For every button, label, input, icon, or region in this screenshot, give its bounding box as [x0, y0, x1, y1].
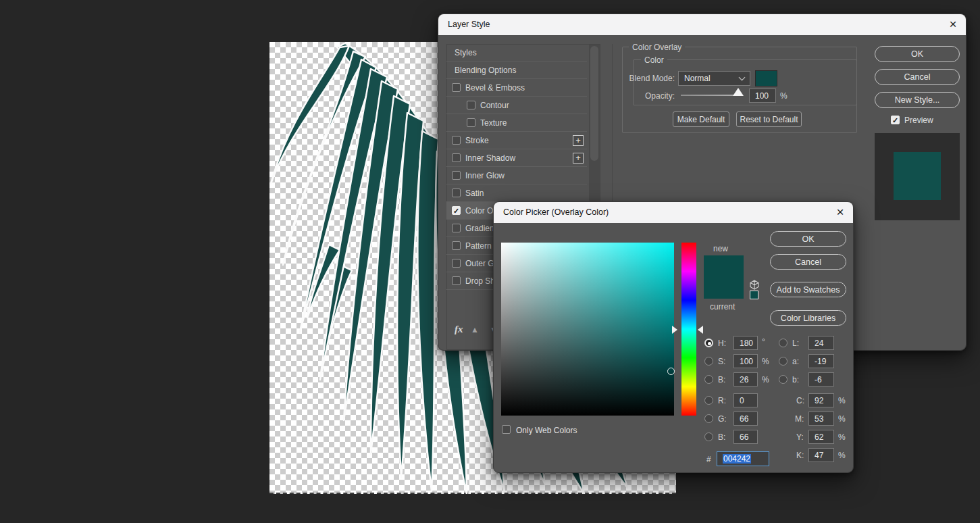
green-radio[interactable] — [704, 414, 713, 423]
outer-glow-checkbox[interactable] — [452, 259, 461, 268]
preview-checkbox[interactable]: ✓ — [891, 116, 900, 124]
lab-b-input[interactable]: -6 — [808, 372, 834, 387]
hex-hash-label: # — [706, 455, 711, 464]
magenta-unit: % — [838, 414, 846, 424]
stroke-checkbox[interactable] — [452, 136, 461, 145]
scrollbar-thumb[interactable] — [590, 46, 598, 161]
add-stroke-icon[interactable]: + — [573, 135, 584, 146]
style-item-inner-glow[interactable]: Inner Glow — [446, 167, 587, 184]
saturation-radio[interactable] — [704, 357, 713, 366]
hue-label: H: — [718, 339, 726, 348]
opacity-slider-track[interactable] — [681, 95, 740, 96]
lab-a-input[interactable]: -19 — [808, 354, 834, 368]
current-color-swatch[interactable] — [704, 277, 744, 299]
lab-l-input[interactable]: 24 — [808, 336, 834, 350]
hex-input[interactable]: 004242 — [717, 451, 769, 466]
style-item-inner-shadow[interactable]: Inner Shadow+ — [446, 149, 587, 167]
magenta-input[interactable]: 53 — [808, 412, 834, 426]
brightness-radio[interactable] — [704, 375, 713, 384]
make-default-button[interactable]: Make Default — [673, 111, 729, 127]
style-item-bevel-emboss[interactable]: Bevel & Emboss — [446, 79, 587, 97]
style-preview-swatch — [894, 152, 941, 200]
blue-radio[interactable] — [704, 432, 713, 441]
overlay-color-swatch[interactable] — [755, 70, 777, 86]
lab-b-radio[interactable] — [779, 375, 788, 384]
hue-marker-left-icon[interactable] — [672, 326, 677, 334]
texture-checkbox[interactable] — [467, 118, 475, 127]
blue-label: B: — [718, 432, 725, 442]
black-label: K: — [796, 451, 804, 460]
satin-checkbox[interactable] — [452, 189, 461, 197]
style-item-satin[interactable]: Satin — [446, 184, 587, 202]
hue-input[interactable]: 180 — [733, 336, 758, 350]
add-to-swatches-button[interactable]: Add to Swatches — [770, 282, 846, 297]
hue-slider[interactable] — [681, 243, 696, 416]
ok-button[interactable]: OK — [875, 46, 960, 62]
inner-glow-checkbox[interactable] — [452, 171, 461, 180]
inner-shadow-checkbox[interactable] — [452, 153, 461, 162]
contour-checkbox[interactable] — [467, 101, 475, 109]
style-item-contour[interactable]: Contour — [446, 97, 587, 114]
style-item-blending-options[interactable]: Blending Options — [446, 61, 587, 79]
lab-a-radio[interactable] — [779, 357, 788, 366]
color-field-marker[interactable] — [667, 368, 675, 375]
saturation-unit: % — [762, 357, 769, 366]
cancel-button[interactable]: Cancel — [875, 69, 960, 85]
opacity-input[interactable]: 100 — [749, 89, 776, 103]
style-item-stroke[interactable]: Stroke+ — [446, 132, 587, 149]
reset-to-default-button[interactable]: Reset to Default — [736, 111, 802, 127]
green-label: G: — [718, 414, 727, 424]
fx-icon[interactable]: fx — [455, 324, 463, 335]
pattern-overlay-checkbox[interactable] — [452, 241, 461, 250]
brightness-input[interactable]: 26 — [733, 372, 758, 387]
yellow-unit: % — [838, 432, 846, 442]
color-group-label: Color — [641, 55, 667, 65]
style-item-styles[interactable]: Styles — [446, 44, 587, 61]
blue-input[interactable]: 66 — [733, 430, 758, 444]
blend-mode-select[interactable]: Normal — [678, 71, 750, 86]
only-web-colors-checkbox[interactable] — [502, 425, 511, 434]
yellow-input[interactable]: 62 — [808, 430, 834, 444]
new-style-button[interactable]: New Style... — [875, 92, 960, 108]
picker-ok-button[interactable]: OK — [770, 231, 846, 247]
move-effect-up-icon[interactable]: ▲ — [471, 325, 479, 334]
close-icon[interactable]: × — [831, 204, 849, 221]
lab-l-label: L: — [792, 339, 799, 348]
color-overlay-checkbox[interactable]: ✓ — [452, 206, 461, 215]
opacity-unit: % — [780, 91, 788, 101]
bevel-emboss-checkbox[interactable] — [452, 83, 461, 92]
green-input[interactable]: 66 — [733, 412, 758, 426]
color-overlay-group-label: Color Overlay — [629, 43, 685, 52]
red-input[interactable]: 0 — [733, 393, 758, 407]
drop-shadow-checkbox[interactable] — [452, 276, 461, 285]
add-inner-shadow-icon[interactable]: + — [573, 153, 584, 164]
color-libraries-button[interactable]: Color Libraries — [770, 310, 846, 326]
hue-radio[interactable] — [704, 339, 713, 347]
color-picker-titlebar: Color Picker (Overlay Color) × — [494, 202, 853, 223]
blend-mode-label: Blend Mode: — [627, 74, 675, 83]
lab-l-radio[interactable] — [779, 339, 788, 347]
saturation-label: S: — [718, 357, 725, 366]
opacity-slider-thumb[interactable] — [733, 88, 744, 96]
gradient-overlay-checkbox[interactable] — [452, 224, 461, 232]
black-input[interactable]: 47 — [808, 448, 834, 462]
only-web-colors-label: Only Web Colors — [516, 426, 577, 435]
saturation-brightness-field[interactable] — [501, 243, 674, 416]
cyan-input[interactable]: 92 — [808, 393, 834, 407]
hue-marker-right-icon[interactable] — [698, 326, 703, 334]
red-radio[interactable] — [704, 396, 713, 405]
layer-style-titlebar: Layer Style × — [438, 14, 966, 35]
brightness-label: B: — [718, 375, 725, 384]
hue-unit: ° — [762, 337, 765, 347]
new-color-label: new — [713, 244, 728, 253]
web-safe-color-swatch[interactable] — [750, 291, 758, 299]
web-color-warning-cube-icon[interactable] — [749, 280, 760, 290]
style-item-texture[interactable]: Texture — [446, 114, 587, 132]
preview-label: Preview — [904, 116, 933, 125]
lab-b-label: b: — [792, 375, 799, 384]
close-icon[interactable]: × — [944, 16, 962, 33]
brightness-unit: % — [762, 375, 769, 384]
red-label: R: — [718, 396, 726, 405]
picker-cancel-button[interactable]: Cancel — [770, 254, 846, 270]
saturation-input[interactable]: 100 — [733, 354, 758, 368]
